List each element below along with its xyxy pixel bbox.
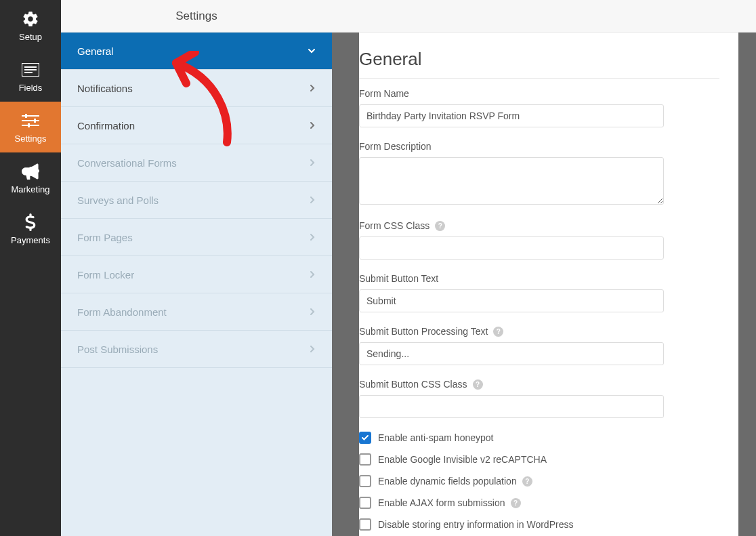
chevron-right-icon (309, 84, 316, 92)
checkbox-ajax[interactable] (359, 497, 371, 509)
sidebar-item-label: Form Locker (77, 269, 134, 281)
form-css-class-input[interactable] (359, 236, 664, 260)
chevron-right-icon (309, 270, 316, 279)
bullhorn-icon (21, 162, 40, 181)
svg-rect-2 (24, 69, 37, 70)
check-label-text: Enable dynamic fields population (378, 476, 517, 487)
svg-rect-4 (22, 115, 39, 117)
help-icon[interactable]: ? (511, 498, 521, 508)
sidebar-item-surveys-polls[interactable]: Surveys and Polls (61, 182, 332, 219)
nav-label: Payments (11, 235, 50, 245)
nav-rail: Setup Fields Settings Marketing Payments (0, 0, 61, 536)
nav-setup[interactable]: Setup (0, 0, 61, 51)
submit-text-input[interactable] (359, 289, 664, 312)
check-label-text: Enable anti-spam honeypot (378, 432, 493, 443)
help-icon[interactable]: ? (473, 379, 483, 390)
checkbox-dynamic-fields[interactable] (359, 475, 371, 487)
svg-rect-1 (24, 66, 37, 68)
field-label-text: Submit Button CSS Class (359, 379, 467, 390)
svg-rect-5 (22, 120, 39, 121)
gear-icon (21, 9, 40, 28)
chevron-right-icon (309, 308, 316, 316)
check-row-recaptcha: Enable Google Invisible v2 reCAPTCHA (359, 453, 719, 466)
form-description-input[interactable] (359, 157, 664, 205)
sidebar-item-form-pages[interactable]: Form Pages (61, 219, 332, 256)
svg-rect-6 (22, 125, 39, 126)
sidebar-header: Settings (61, 0, 332, 33)
submit-text-label: Submit Button Text (359, 273, 719, 284)
sidebar-item-label: Conversational Forms (77, 157, 177, 169)
check-label-text: Disable storing entry information in Wor… (378, 519, 573, 530)
field-label-text: Form CSS Class (359, 220, 429, 231)
chevron-right-icon (309, 196, 316, 204)
form-css-class-label: Form CSS Class ? (359, 220, 719, 231)
form-description-label: Form Description (359, 141, 719, 152)
svg-rect-7 (25, 114, 27, 118)
chevron-right-icon (309, 345, 316, 353)
sidebar-item-conversational-forms[interactable]: Conversational Forms (61, 144, 332, 182)
help-icon[interactable]: ? (435, 221, 445, 231)
check-label: Enable dynamic fields population ? (378, 476, 532, 487)
check-label: Enable Google Invisible v2 reCAPTCHA (378, 454, 547, 465)
settings-sidebar: Settings General Notifications Confirmat… (61, 0, 332, 536)
dollar-icon (21, 213, 40, 232)
nav-label: Settings (15, 133, 47, 144)
svg-rect-3 (24, 72, 33, 73)
sidebar-item-label: Post Submissions (77, 344, 158, 355)
check-label: Enable AJAX form submission ? (378, 497, 521, 508)
list-icon (21, 60, 40, 79)
nav-fields[interactable]: Fields (0, 51, 61, 102)
checkbox-disable-storing[interactable] (359, 518, 371, 531)
sidebar-item-label: Surveys and Polls (77, 194, 159, 206)
check-label: Enable anti-spam honeypot (378, 432, 493, 443)
check-row-dynamic-fields: Enable dynamic fields population ? (359, 475, 719, 487)
header-spacer (332, 0, 756, 33)
chevron-right-icon (309, 159, 316, 167)
sidebar-list: General Notifications Confirmation Conve… (61, 33, 332, 536)
help-icon[interactable]: ? (522, 476, 532, 487)
submit-css-class-input[interactable] (359, 395, 664, 418)
sidebar-item-form-locker[interactable]: Form Locker (61, 256, 332, 293)
nav-payments[interactable]: Payments (0, 203, 61, 254)
sidebar-item-label: Form Pages (77, 232, 133, 243)
nav-marketing[interactable]: Marketing (0, 152, 61, 203)
sidebar-item-confirmation[interactable]: Confirmation (61, 107, 332, 144)
sidebar-item-label: General (77, 45, 113, 57)
sidebar-item-form-abandonment[interactable]: Form Abandonment (61, 293, 332, 331)
page-title: General (359, 49, 719, 79)
submit-processing-label: Submit Button Processing Text ? (359, 326, 719, 337)
svg-rect-8 (34, 119, 36, 123)
form-name-input[interactable] (359, 104, 664, 127)
check-row-disable-storing: Disable storing entry information in Wor… (359, 518, 719, 531)
checkbox-antispam[interactable] (359, 432, 371, 444)
submit-css-class-label: Submit Button CSS Class ? (359, 379, 719, 390)
chevron-down-icon (308, 47, 316, 55)
sidebar-item-label: Notifications (77, 83, 133, 94)
check-label-text: Enable AJAX form submission (378, 497, 505, 508)
main-column: General Form Name Form Description Form … (332, 0, 756, 536)
sidebar-item-label: Form Abandonment (77, 306, 167, 318)
help-icon[interactable]: ? (493, 327, 503, 337)
form-name-label: Form Name (359, 88, 719, 99)
sidebar-item-post-submissions[interactable]: Post Submissions (61, 331, 332, 368)
sidebar-item-general[interactable]: General (61, 33, 332, 70)
chevron-right-icon (309, 121, 316, 129)
nav-settings[interactable]: Settings (0, 102, 61, 152)
general-panel: General Form Name Form Description Form … (359, 33, 738, 536)
check-label: Disable storing entry information in Wor… (378, 519, 573, 530)
chevron-right-icon (309, 233, 316, 241)
check-label-text: Enable Google Invisible v2 reCAPTCHA (378, 454, 547, 465)
checkbox-recaptcha[interactable] (359, 453, 371, 466)
sidebar-item-label: Confirmation (77, 120, 135, 131)
nav-label: Marketing (11, 184, 49, 194)
svg-rect-9 (28, 123, 30, 127)
submit-processing-input[interactable] (359, 342, 664, 365)
check-row-antispam: Enable anti-spam honeypot (359, 432, 719, 444)
field-label-text: Submit Button Processing Text (359, 326, 488, 337)
sliders-icon (21, 111, 40, 130)
nav-label: Setup (19, 32, 42, 42)
check-row-ajax: Enable AJAX form submission ? (359, 497, 719, 509)
nav-label: Fields (19, 83, 43, 93)
sidebar-item-notifications[interactable]: Notifications (61, 70, 332, 107)
